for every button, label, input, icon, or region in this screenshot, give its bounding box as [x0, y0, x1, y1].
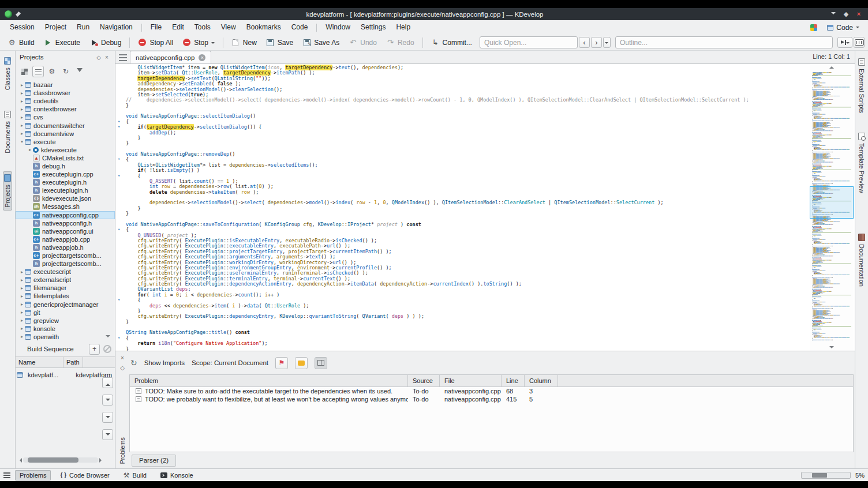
float-panel-icon[interactable]: ◇ [118, 365, 126, 371]
jump-to-declaration-button[interactable] [837, 37, 852, 48]
problem-row[interactable]: TODO: we probably want to flexibilize, b… [130, 395, 853, 403]
code-line[interactable]: } [117, 141, 809, 146]
close-panel-icon[interactable]: × [118, 355, 126, 361]
stop-all-button[interactable]: Stop All [134, 36, 177, 48]
tree-item-externalscript[interactable]: ▸externalscript [16, 276, 115, 284]
tree-item-kdevexecute-json[interactable]: {}kdevexecute.json [16, 194, 115, 202]
menu-bookmarks[interactable]: Bookmarks [241, 20, 286, 35]
commit-button[interactable]: ↳ Commit... [427, 36, 476, 48]
fold-marker-icon[interactable]: ▾ [118, 336, 120, 341]
redo-button[interactable]: ↷ Redo [382, 36, 418, 48]
tree-item-classbrowser[interactable]: ▸classbrowser [16, 89, 115, 97]
expander-icon[interactable]: ▸ [19, 334, 25, 339]
code-editor[interactable]: QListWidgetItem* item = new QListWidgetI… [115, 64, 855, 351]
fold-marker-icon[interactable]: ▾ [118, 227, 120, 232]
tree-item-iexecuteplugin-h[interactable]: hiexecuteplugin.h [16, 186, 115, 194]
save-button[interactable]: Save [262, 36, 297, 48]
tree-item-kdevexecute[interactable]: ▸kdevexecute [16, 146, 115, 154]
tree-item-projecttargetscomb-[interactable]: c+projecttargetscomb... [16, 251, 115, 260]
expander-icon[interactable]: ▸ [19, 310, 25, 315]
code-line[interactable]: cfg.writeEntry( ExecutePlugin::dependenc… [117, 281, 809, 287]
tree-item-grepview[interactable]: ▸grepview [16, 317, 115, 325]
maximize-button[interactable]: ◆ [841, 8, 851, 20]
configure-projects-button[interactable]: ⚙ [46, 66, 58, 77]
projects-horizontal-scrollbar[interactable] [17, 456, 104, 464]
code-line[interactable]: } [117, 136, 809, 141]
tree-item-bazaar[interactable]: ▸bazaar [16, 81, 115, 89]
dock-tab-classes[interactable]: Classes [3, 54, 12, 93]
column-header-path[interactable]: Path [63, 357, 83, 367]
tree-item-cmakelists-txt[interactable]: ▲CMakeLists.txt [16, 154, 115, 162]
scroll-up-icon[interactable] [829, 66, 834, 69]
fold-marker-icon[interactable]: ▾ [118, 157, 120, 162]
quick-open-input[interactable]: Quick Open... [480, 36, 578, 48]
undo-button[interactable]: ↶ Undo [345, 36, 381, 48]
expander-icon[interactable]: ▸ [19, 115, 25, 120]
code-line[interactable]: addDep(); [117, 130, 809, 136]
tree-item-genericprojectmanager[interactable]: ▸genericprojectmanager [16, 301, 115, 309]
tree-item-executeplugin-cpp[interactable]: c+executeplugin.cpp [16, 170, 115, 178]
parser-progress-bar[interactable] [801, 472, 851, 479]
fold-marker-icon[interactable]: ▾ [118, 119, 120, 125]
code-line[interactable]: ▾ if(targetDependency->selectItemDialog(… [117, 125, 809, 130]
expander-icon[interactable]: ▸ [19, 91, 25, 96]
tree-item-nativeappconfig-ui[interactable]: uinativeappconfig.ui [16, 227, 115, 235]
code-line[interactable]: cfg.writeEntry( ExecutePlugin::dependenc… [117, 314, 809, 319]
parser-tab[interactable]: Parser (2) [132, 455, 176, 467]
filter-projects-button[interactable] [74, 66, 85, 77]
build-sequence-row[interactable]: kdevplatf... kdevplatform [17, 370, 100, 379]
code-line[interactable]: delete dependencies->takeItem( row ); [117, 190, 809, 195]
expander-icon[interactable]: ▸ [19, 302, 25, 307]
code-line[interactable]: void NativeAppConfigPage::saveToConfigur… [117, 222, 809, 227]
tree-item-openwith[interactable]: ▸openwith [16, 333, 115, 341]
tree-item-nativeappconfig-cpp[interactable]: c+nativeappconfig.cpp [16, 211, 115, 219]
minimap-viewport[interactable] [810, 186, 854, 219]
tree-item-executeplugin-h[interactable]: hexecuteplugin.h [16, 178, 115, 186]
dock-tab-documents[interactable]: Documents [3, 108, 12, 156]
code-line[interactable]: } [117, 347, 809, 351]
show-errors-button[interactable]: ⚑ [275, 357, 288, 369]
titlebar[interactable]: kdevplatform - [ kdevplatform:plugins/ex… [0, 8, 868, 20]
expander-icon[interactable]: ▸ [19, 107, 25, 112]
move-down-button[interactable] [102, 395, 113, 406]
tree-item-documentswitcher[interactable]: ▸documentswitcher [16, 121, 115, 129]
code-line[interactable]: } [117, 320, 809, 325]
tree-item-filemanager[interactable]: ▸filemanager [16, 284, 115, 292]
menu-edit[interactable]: Edit [167, 20, 189, 35]
close-button[interactable]: × [854, 8, 863, 20]
problems-column-file[interactable]: File [440, 375, 502, 386]
menu-run[interactable]: Run [72, 20, 95, 35]
area-code-button[interactable]: Code [823, 22, 863, 33]
code-line[interactable]: ▾{ [117, 227, 809, 232]
scroll-left-icon[interactable] [17, 458, 22, 463]
add-to-build-sequence-button[interactable]: + [89, 344, 100, 355]
code-line[interactable]: // dependencies->selectionModel()->selec… [117, 97, 809, 103]
expander-icon[interactable]: ▸ [19, 131, 25, 136]
project-list-mode-button[interactable] [32, 66, 44, 77]
fold-marker-icon[interactable]: ▾ [118, 125, 120, 130]
tab-close-icon[interactable]: × [199, 54, 205, 61]
tree-item-konsole[interactable]: ▸konsole [16, 325, 115, 333]
tree-item-nativeappjob-cpp[interactable]: c+nativeappjob.cpp [16, 235, 115, 243]
tree-item-nativeappconfig-h[interactable]: hnativeappconfig.h [16, 219, 115, 227]
pin-icon[interactable] [16, 12, 21, 17]
code-line[interactable]: for( int i = 0; i < dependencies->count(… [117, 292, 809, 298]
document-switcher-icon[interactable] [119, 54, 127, 61]
execute-button[interactable]: Execute [40, 36, 84, 48]
code-line[interactable]: } [117, 103, 809, 108]
expander-icon[interactable]: ▾ [19, 139, 25, 144]
code-line[interactable]: void NativeAppConfigPage::selectItemDial… [117, 114, 809, 119]
scroll-down-button[interactable] [102, 412, 113, 423]
stop-button[interactable]: Stop [178, 36, 219, 48]
menu-project[interactable]: Project [40, 20, 72, 35]
tree-item-git[interactable]: ▸git [16, 309, 115, 317]
expander-icon[interactable]: ▸ [27, 147, 33, 152]
menu-session[interactable]: Session [5, 20, 40, 35]
code-view[interactable]: QListWidgetItem* item = new QListWidgetI… [117, 65, 809, 351]
expander-icon[interactable]: ▸ [19, 269, 25, 275]
expander-icon[interactable]: ▸ [19, 326, 25, 331]
menu-help[interactable]: Help [391, 20, 416, 35]
menu-file[interactable]: File [145, 20, 167, 35]
reload-projects-button[interactable]: ↻ [60, 66, 72, 77]
tree-item-codeutils[interactable]: ▸codeutils [16, 97, 115, 105]
